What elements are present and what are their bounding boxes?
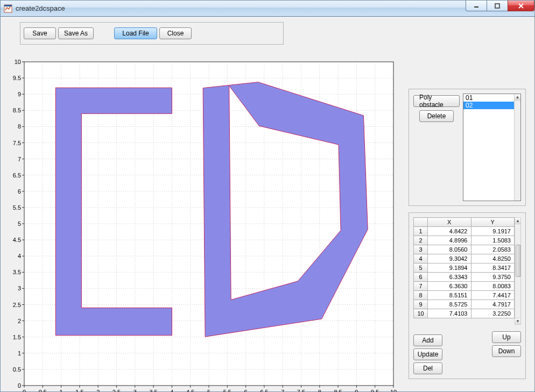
table-row[interactable]: 88.51517.4417 bbox=[414, 291, 515, 300]
cell-x[interactable]: 8.0560 bbox=[428, 245, 471, 254]
vertex-panel: X Y 14.84229.191724.89961.508338.05602.0… bbox=[409, 212, 526, 379]
table-row[interactable]: 38.05602.0583 bbox=[414, 245, 515, 254]
cell-y[interactable]: 1.5083 bbox=[471, 236, 515, 245]
svg-text:10: 10 bbox=[15, 59, 21, 65]
svg-text:4.5: 4.5 bbox=[13, 237, 21, 243]
list-item[interactable]: 01 bbox=[463, 94, 520, 102]
col-x-header: X bbox=[428, 218, 471, 227]
row-index: 7 bbox=[414, 282, 428, 291]
svg-text:6.5: 6.5 bbox=[260, 389, 268, 392]
minimize-button[interactable] bbox=[466, 1, 487, 11]
svg-text:8: 8 bbox=[318, 389, 321, 392]
table-row[interactable]: 76.36308.0083 bbox=[414, 282, 515, 291]
load-file-button[interactable]: Load File bbox=[114, 27, 157, 39]
svg-text:9.5: 9.5 bbox=[371, 389, 379, 392]
cell-x[interactable]: 9.3042 bbox=[428, 254, 471, 263]
svg-text:3: 3 bbox=[18, 285, 21, 291]
table-scrollbar[interactable]: ▲ ▼ bbox=[515, 217, 521, 325]
table-row[interactable]: 24.89961.5083 bbox=[414, 236, 515, 245]
svg-text:7.5: 7.5 bbox=[297, 389, 305, 392]
svg-text:3: 3 bbox=[133, 389, 137, 392]
svg-text:0: 0 bbox=[23, 389, 26, 392]
scroll-up-icon: ▲ bbox=[515, 218, 520, 224]
cell-x[interactable]: 6.3630 bbox=[428, 282, 471, 291]
cell-y[interactable]: 9.1917 bbox=[471, 227, 515, 236]
svg-text:4: 4 bbox=[170, 389, 173, 392]
svg-text:8.5: 8.5 bbox=[13, 107, 21, 113]
svg-rect-3 bbox=[495, 4, 499, 8]
svg-text:8.5: 8.5 bbox=[334, 389, 342, 392]
cell-x[interactable]: 8.5151 bbox=[428, 291, 471, 300]
app-window: create2dcspace Save Save As Load File Cl… bbox=[0, 0, 535, 392]
minimize-icon bbox=[474, 3, 479, 9]
obstacle-panel: Poly obstacle Delete 0102 ▲ bbox=[409, 89, 526, 206]
scroll-up-icon: ▲ bbox=[515, 94, 520, 101]
scroll-thumb[interactable] bbox=[516, 245, 521, 277]
save-button[interactable]: Save bbox=[24, 27, 56, 39]
svg-text:9: 9 bbox=[355, 389, 358, 392]
svg-rect-2 bbox=[474, 6, 478, 8]
row-index: 8 bbox=[414, 291, 428, 300]
table-row[interactable]: 14.84229.1917 bbox=[414, 227, 515, 236]
poly-obstacle-button[interactable]: Poly obstacle bbox=[413, 95, 460, 107]
table-row[interactable]: 59.18948.3417 bbox=[414, 263, 515, 273]
cell-y[interactable]: 3.2250 bbox=[471, 309, 515, 318]
svg-text:1: 1 bbox=[60, 389, 63, 392]
svg-text:7.5: 7.5 bbox=[13, 140, 21, 146]
cspace-plot[interactable]: 00.511.522.533.544.555.566.577.588.599.5… bbox=[7, 58, 398, 392]
add-vertex-button[interactable]: Add bbox=[413, 334, 442, 346]
cell-y[interactable]: 9.3750 bbox=[471, 273, 515, 282]
delete-obstacle-button[interactable]: Delete bbox=[419, 110, 454, 122]
move-up-button[interactable]: Up bbox=[492, 331, 521, 343]
svg-text:5: 5 bbox=[207, 389, 210, 392]
cell-x[interactable]: 4.8996 bbox=[428, 236, 471, 245]
client-area: Save Save As Load File Close 00.511.522.… bbox=[1, 17, 534, 391]
maximize-icon bbox=[495, 3, 500, 9]
cell-x[interactable]: 4.8422 bbox=[428, 227, 471, 236]
row-index: 10 bbox=[414, 309, 428, 318]
table-row[interactable]: 107.41033.2250 bbox=[414, 309, 515, 318]
cell-x[interactable]: 7.4103 bbox=[428, 309, 471, 318]
cell-y[interactable]: 2.0583 bbox=[471, 245, 515, 254]
cell-x[interactable]: 8.5725 bbox=[428, 300, 471, 309]
col-y-header: Y bbox=[471, 218, 515, 227]
row-index: 6 bbox=[414, 273, 428, 282]
svg-text:7: 7 bbox=[18, 156, 21, 162]
cell-y[interactable]: 4.7917 bbox=[471, 300, 515, 309]
save-as-button[interactable]: Save As bbox=[58, 27, 94, 39]
vertex-table[interactable]: X Y 14.84229.191724.89961.508338.05602.0… bbox=[413, 217, 515, 318]
svg-text:4.5: 4.5 bbox=[186, 389, 194, 392]
svg-text:1.5: 1.5 bbox=[13, 334, 21, 340]
listbox-scrollbar[interactable]: ▲ bbox=[514, 94, 520, 201]
scroll-down-icon: ▼ bbox=[515, 318, 520, 324]
svg-text:0: 0 bbox=[18, 382, 21, 389]
cell-x[interactable]: 9.1894 bbox=[428, 263, 471, 273]
window-controls bbox=[466, 1, 534, 11]
svg-text:5.5: 5.5 bbox=[13, 204, 21, 211]
table-row[interactable]: 49.30424.8250 bbox=[414, 254, 515, 263]
svg-text:5: 5 bbox=[18, 220, 21, 227]
cell-y[interactable]: 8.0083 bbox=[471, 282, 515, 291]
svg-text:9: 9 bbox=[18, 91, 21, 97]
row-index: 4 bbox=[414, 254, 428, 263]
window-title: create2dcspace bbox=[16, 4, 65, 12]
cell-x[interactable]: 6.3343 bbox=[428, 273, 471, 282]
row-index: 9 bbox=[414, 300, 428, 309]
table-row[interactable]: 66.33439.3750 bbox=[414, 273, 515, 282]
cell-y[interactable]: 4.8250 bbox=[471, 254, 515, 263]
delete-vertex-button[interactable]: Del bbox=[413, 362, 442, 374]
close-button[interactable]: Close bbox=[159, 27, 192, 39]
maximize-button[interactable] bbox=[487, 1, 508, 11]
svg-text:2.5: 2.5 bbox=[112, 389, 121, 392]
cell-y[interactable]: 8.3417 bbox=[471, 263, 515, 273]
svg-text:1.5: 1.5 bbox=[75, 389, 83, 392]
list-item[interactable]: 02 bbox=[463, 102, 520, 109]
table-row[interactable]: 98.57254.7917 bbox=[414, 300, 515, 309]
move-down-button[interactable]: Down bbox=[492, 345, 521, 357]
svg-text:2: 2 bbox=[18, 318, 21, 324]
close-window-button[interactable] bbox=[508, 1, 534, 11]
titlebar: create2dcspace bbox=[1, 1, 534, 17]
obstacle-listbox[interactable]: 0102 ▲ bbox=[463, 94, 521, 201]
cell-y[interactable]: 7.4417 bbox=[471, 291, 515, 300]
update-vertex-button[interactable]: Update bbox=[413, 348, 442, 360]
